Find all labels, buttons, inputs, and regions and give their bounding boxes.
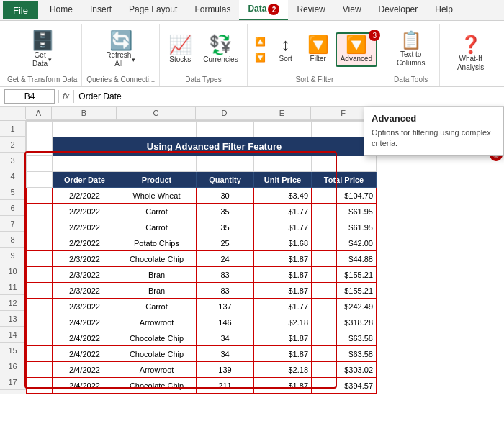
advanced-tooltip: Advanced Options for filtering using com… (364, 107, 504, 156)
row-7[interactable]: 7 (0, 216, 26, 232)
formula-input[interactable] (78, 91, 500, 101)
stocks-icon: 📈 (168, 35, 192, 54)
col-quantity: Quantity (197, 172, 254, 188)
row-15[interactable]: 15 (0, 343, 26, 358)
formula-bar-divider (58, 90, 59, 103)
row-6[interactable]: 6 (0, 200, 26, 216)
formula-bar-divider2 (73, 90, 74, 103)
col-header-b[interactable]: B (52, 107, 117, 120)
get-data-icon: 🗄️ (31, 31, 54, 50)
advanced-filter-icon: 🔽 (346, 36, 367, 53)
sort-icon: ↕️ (282, 36, 290, 53)
table-row[interactable]: 2/2/2022 Whole Wheat 30 $3.49 $104.70 (27, 188, 377, 204)
sort-filter-group-label: Sort & Filter (296, 74, 334, 85)
col-unit-price: Unit Price (254, 172, 312, 188)
table-row[interactable]: 2/3/2022 Chocolate Chip 24 $1.87 $44.88 (27, 251, 377, 267)
sort-asc-icon: 🔼 (255, 37, 266, 47)
cell-reference-box[interactable] (4, 89, 55, 104)
tab-insert[interactable]: Insert (81, 1, 120, 19)
sort-desc-icon: 🔽 (255, 53, 266, 63)
table-row[interactable]: 2/4/2022 Arrowroot 139 $2.18 $303.02 (27, 362, 377, 378)
advanced-badge: 3 (369, 30, 380, 41)
sheet-title: Using Advanced Filter Feature (53, 137, 377, 156)
row-2[interactable]: 2 (0, 137, 26, 153)
tab-review[interactable]: Review (288, 1, 333, 19)
sort-descending-button[interactable]: 🔽 (252, 50, 269, 65)
tab-formulas[interactable]: Formulas (186, 1, 239, 19)
col-header-c[interactable]: C (117, 107, 196, 120)
col-total-price: Total Price (312, 172, 377, 188)
refresh-dropdown-icon: ▾ (132, 56, 135, 64)
row-9[interactable]: 9 (0, 248, 26, 263)
col-header-d[interactable]: D (196, 107, 253, 120)
fx-label: fx (63, 91, 69, 101)
table-row[interactable]: 2/3/2022 Carrot 137 $1.77 $242.49 (27, 299, 377, 314)
what-if-icon: ❓ (460, 36, 482, 53)
data-tab-badge: 2 (268, 4, 279, 15)
tab-view[interactable]: View (334, 1, 370, 19)
row-16[interactable]: 16 (0, 358, 26, 374)
table-row[interactable]: 2/2/2022 Carrot 35 $1.77 $61.95 (27, 204, 377, 219)
row-3[interactable]: 3 (0, 153, 26, 168)
get-data-dropdown-icon: ▾ (48, 56, 52, 64)
table-row[interactable]: 2/4/2022 Chocolate Chip 34 $1.87 $63.58 (27, 346, 377, 362)
tab-data[interactable]: Data2 (239, 0, 288, 20)
refresh-icon: 🔄 (109, 31, 132, 50)
tab-developer[interactable]: Developer (370, 1, 427, 19)
formula-bar: fx (0, 87, 504, 107)
table-row[interactable]: 2/3/2022 Bran 83 $1.87 $155.21 (27, 283, 377, 299)
col-product: Product (117, 172, 197, 188)
row-12[interactable]: 12 (0, 295, 26, 311)
table-row[interactable]: 2/4/2022 Chocolate Chip 211 $1.87 $394.5… (27, 378, 377, 394)
get-data-button[interactable]: 🗄️ Get Data ▾ (27, 28, 58, 71)
table-row[interactable]: 2/4/2022 Chocolate Chip 34 $1.87 $63.58 (27, 330, 377, 346)
queries-group-label: Queries & Connecti... (86, 74, 155, 85)
table-row[interactable]: 2/3/2022 Bran 83 $1.87 $155.21 (27, 267, 377, 283)
data-types-group-label: Data Types (185, 74, 221, 85)
col-header-e[interactable]: E (253, 107, 311, 120)
text-to-columns-button[interactable]: 📋 Text to Columns (392, 29, 429, 71)
row-1[interactable]: 1 (0, 121, 26, 137)
row-10[interactable]: 10 (0, 263, 26, 279)
sort-button[interactable]: ↕️ Sort (271, 33, 301, 66)
currencies-button[interactable]: 💱 Currencies (199, 32, 242, 67)
what-if-analysis-button[interactable]: ❓ What-If Analysis (453, 33, 488, 75)
tooltip-body: Options for filtering using complex crit… (372, 127, 496, 150)
tab-page-layout[interactable]: Page Layout (120, 1, 186, 19)
advanced-filter-button[interactable]: 🔽 Advanced 3 (336, 32, 377, 67)
col-order-date: Order Date (53, 172, 117, 188)
row-4[interactable]: 4 (0, 168, 26, 184)
row-14[interactable]: 14 (0, 327, 26, 343)
stocks-button[interactable]: 📈 Stocks (164, 32, 196, 67)
row-11[interactable]: 11 (0, 279, 26, 295)
filter-icon: 🔽 (307, 36, 329, 53)
tab-help[interactable]: Help (426, 1, 462, 19)
row-8[interactable]: 8 (0, 232, 26, 248)
table-row[interactable]: 2/4/2022 Arrowroot 146 $2.18 $318.28 (27, 314, 377, 330)
table-row[interactable]: 2/2/2022 Potato Chips 25 $1.68 $42.00 (27, 235, 377, 251)
refresh-all-button[interactable]: 🔄 Refresh All ▾ (99, 28, 143, 71)
row-17[interactable]: 17 (0, 374, 26, 390)
tooltip-title: Advanced (372, 113, 496, 124)
text-columns-icon: 📋 (400, 32, 422, 49)
filter-button[interactable]: 🔽 Filter (303, 33, 333, 66)
file-tab[interactable]: File (3, 1, 38, 19)
currencies-icon: 💱 (209, 35, 232, 54)
get-transform-group-label: Get & Transform Data (7, 74, 77, 85)
sort-ascending-button[interactable]: 🔼 (252, 35, 269, 49)
row-13[interactable]: 13 (0, 311, 26, 327)
col-header-a[interactable]: A (26, 107, 52, 120)
row-5[interactable]: 5 (0, 184, 26, 200)
table-row[interactable]: 2/2/2022 Carrot 35 $1.77 $61.95 (27, 219, 377, 235)
data-tools-group-label: Data Tools (394, 74, 428, 85)
tab-home[interactable]: Home (41, 1, 81, 19)
